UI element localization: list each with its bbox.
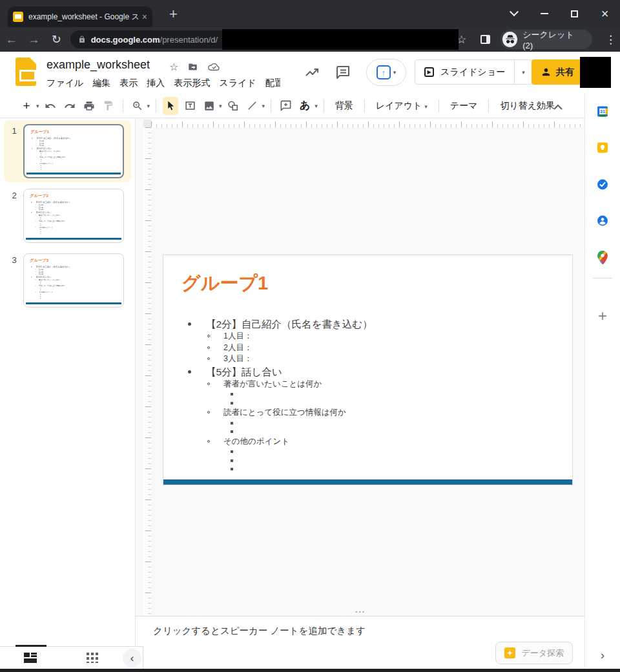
present-to-meeting-button[interactable]: ↑ ▾ bbox=[366, 59, 406, 86]
menu-item[interactable]: 表示 bbox=[116, 76, 141, 90]
theme-button[interactable]: テーマ bbox=[444, 100, 484, 112]
bullet-marker-icon bbox=[231, 459, 233, 462]
new-slide-caret-icon[interactable]: ▾ bbox=[36, 103, 39, 109]
forward-icon[interactable]: → bbox=[23, 33, 45, 47]
back-icon[interactable]: ← bbox=[0, 33, 23, 47]
background-button[interactable]: 背景 bbox=[329, 100, 360, 112]
collapse-filmstrip-icon[interactable]: ‹ bbox=[123, 649, 141, 667]
shape-tool-button[interactable] bbox=[225, 97, 241, 115]
maximize-button[interactable] bbox=[559, 0, 590, 27]
keep-icon[interactable] bbox=[597, 142, 609, 156]
bullet-marker-icon bbox=[231, 450, 233, 453]
new-tab-button[interactable]: + bbox=[169, 6, 178, 23]
print-button[interactable] bbox=[81, 97, 97, 115]
slide-thumbnail[interactable]: グループ2【2分】自己紹介（氏名を書き込む）1人目：2人目：3人目：【5分】話し… bbox=[23, 189, 124, 243]
star-document-icon[interactable]: ☆ bbox=[169, 61, 178, 73]
menu-bar: ファイル編集表示挿入表示形式スライド配置 bbox=[43, 76, 280, 92]
browser-menu-icon[interactable]: ⋮ bbox=[601, 33, 620, 47]
move-to-folder-icon[interactable] bbox=[187, 62, 198, 74]
browser-tab[interactable]: example_worksheet - Google スライド × bbox=[8, 6, 152, 27]
bullet-marker-icon bbox=[36, 151, 37, 151]
get-addons-button[interactable]: + bbox=[585, 307, 620, 325]
select-tool-button[interactable] bbox=[163, 97, 178, 115]
slideshow-button[interactable]: ▶ スライドショー ▾ bbox=[415, 59, 533, 85]
share-button[interactable]: 共有 bbox=[532, 59, 583, 85]
filmstrip-view-icon[interactable] bbox=[24, 653, 37, 663]
calendar-icon[interactable]: 31 bbox=[597, 105, 609, 120]
slides-favicon-icon bbox=[13, 12, 23, 22]
share-label: 共有 bbox=[556, 67, 574, 78]
slide-thumbnail[interactable]: グループ3【2分】自己紹介（氏名を書き込む）1人目：2人目：3人目：【5分】話し… bbox=[23, 253, 124, 308]
header-actions: ↑ ▾ ▶ スライドショー ▾ 共有 bbox=[282, 52, 620, 94]
bullet-marker-icon bbox=[207, 346, 210, 349]
slide-page[interactable]: グループ1 【2分】自己紹介（氏名を書き込む）1人目：2人目：3人目：【5分】話… bbox=[163, 255, 573, 485]
menu-item[interactable]: ファイル bbox=[43, 76, 87, 90]
document-title[interactable]: example_worksheet bbox=[46, 58, 150, 72]
browser-side-panel-icon[interactable] bbox=[480, 35, 490, 44]
collapse-toolbar-icon[interactable] bbox=[549, 98, 567, 116]
bullet-marker-icon bbox=[40, 298, 41, 299]
tasks-icon[interactable] bbox=[597, 178, 609, 193]
new-slide-button[interactable]: + bbox=[19, 97, 34, 115]
text-options-button[interactable]: あ bbox=[297, 97, 313, 115]
speaker-notes[interactable]: クリックするとスピーカー ノートを追加できます データ探索 bbox=[136, 616, 584, 669]
menu-item[interactable]: 編集 bbox=[88, 76, 114, 90]
bullet-marker-icon bbox=[207, 383, 210, 385]
insert-comment-button[interactable] bbox=[278, 97, 293, 115]
minimize-button[interactable] bbox=[529, 0, 559, 27]
close-window-button[interactable]: × bbox=[590, 0, 620, 27]
line-caret-icon[interactable]: ▾ bbox=[262, 103, 265, 109]
menu-item[interactable]: 配置 bbox=[262, 76, 280, 90]
slide-body[interactable]: 【2分】自己紹介（氏名を書き込む）1人目：2人目：3人目：【5分】話し合い著者が… bbox=[170, 317, 562, 474]
reload-icon[interactable]: ↻ bbox=[45, 32, 68, 47]
tab-close-icon[interactable]: × bbox=[142, 12, 147, 22]
url-omnibox[interactable]: docs.google.com/presentation/d/ bbox=[70, 30, 448, 48]
user-avatar[interactable] bbox=[580, 57, 611, 88]
browser-window: example_worksheet - Google スライド × + × ← … bbox=[0, 0, 620, 672]
undo-button[interactable] bbox=[43, 97, 58, 115]
redo-button[interactable] bbox=[62, 97, 78, 115]
bullet-marker-icon bbox=[40, 288, 41, 288]
menu-item[interactable]: スライド bbox=[215, 76, 260, 90]
comment-history-icon[interactable] bbox=[335, 65, 351, 83]
explore-button[interactable]: データ探索 bbox=[495, 642, 573, 664]
incognito-badge[interactable]: シークレット (2) bbox=[501, 30, 592, 49]
bullet-item: 【2分】自己紹介（氏名を書き込む） bbox=[170, 317, 562, 331]
slide-title[interactable]: グループ1 bbox=[181, 271, 268, 297]
image-caret-icon[interactable]: ▾ bbox=[219, 103, 222, 109]
thumbnail-bullets: 【2分】自己紹介（氏名を書き込む）1人目：2人目：3人目：【5分】話し合い著者が… bbox=[27, 266, 118, 299]
textbox-tool-button[interactable] bbox=[182, 97, 198, 115]
bullet-marker-icon bbox=[32, 148, 32, 149]
image-tool-button[interactable] bbox=[202, 97, 217, 115]
bullet-marker-icon bbox=[231, 393, 233, 395]
bullet-text: 3人目： bbox=[223, 353, 562, 365]
slides-app-icon[interactable] bbox=[16, 58, 36, 86]
slideshow-caret-button[interactable]: ▾ bbox=[514, 60, 532, 84]
thumbnail-accent-bar bbox=[26, 173, 121, 174]
notes-placeholder[interactable]: クリックするとスピーカー ノートを追加できます bbox=[153, 625, 366, 637]
maps-icon[interactable] bbox=[597, 251, 608, 267]
zoom-caret-icon[interactable]: ▾ bbox=[147, 103, 150, 109]
text-options-caret-icon[interactable]: ▾ bbox=[315, 103, 318, 109]
thumbnail-accent-bar bbox=[26, 302, 121, 304]
expand-side-panel-icon[interactable]: › bbox=[585, 648, 620, 662]
layout-button[interactable]: レイアウト ▾ bbox=[369, 100, 434, 112]
activity-dashboard-icon[interactable] bbox=[304, 65, 320, 83]
zoom-button[interactable] bbox=[130, 97, 145, 115]
bullet-marker-icon bbox=[188, 370, 191, 373]
present-caret-icon[interactable]: ▾ bbox=[393, 69, 397, 76]
menu-item[interactable]: 挿入 bbox=[143, 76, 169, 90]
bullet-marker-icon bbox=[41, 159, 41, 160]
menu-item[interactable]: 表示形式 bbox=[170, 76, 214, 90]
bullet-marker-icon bbox=[188, 322, 191, 326]
window-profile-chevron-icon[interactable] bbox=[499, 0, 529, 27]
slide-thumbnail[interactable]: グループ1【2分】自己紹介（氏名を書き込む）1人目：2人目：3人目：【5分】話し… bbox=[23, 124, 124, 178]
bullet-item bbox=[27, 233, 118, 235]
cloud-save-status-icon[interactable] bbox=[208, 63, 220, 74]
bullet-text: 2人目： bbox=[223, 342, 562, 354]
grid-view-icon[interactable] bbox=[87, 653, 98, 663]
paint-format-button[interactable] bbox=[101, 97, 116, 115]
line-tool-button[interactable] bbox=[245, 97, 260, 115]
contacts-icon[interactable] bbox=[597, 215, 609, 229]
active-view-indicator bbox=[16, 645, 46, 647]
